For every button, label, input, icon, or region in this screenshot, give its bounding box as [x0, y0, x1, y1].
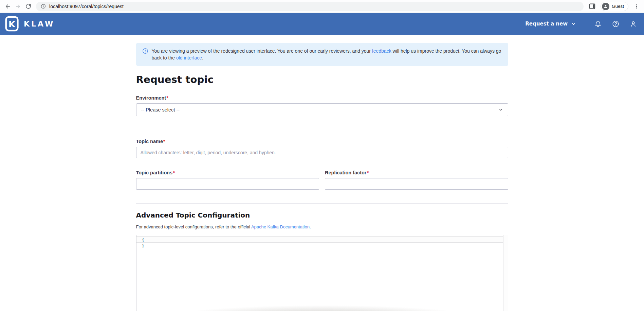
topic-partitions-field: Topic partitions* [136, 170, 319, 190]
alert-circle-icon [142, 48, 148, 54]
banner-text: You are viewing a preview of the redesig… [152, 48, 502, 61]
browser-chrome: localhost:9097/coral/topics/request Gues… [0, 0, 644, 13]
reload-icon [25, 3, 31, 9]
side-panel-icon [589, 3, 595, 9]
profile-name: Guest [612, 4, 624, 9]
kebab-menu-icon [634, 4, 639, 9]
topic-partitions-label-text: Topic partitions [136, 170, 173, 175]
required-asterisk: * [367, 170, 369, 175]
topic-name-input[interactable] [136, 147, 508, 158]
editor-scrollbar[interactable] [503, 235, 508, 311]
preview-banner: You are viewing a preview of the redesig… [136, 43, 508, 66]
chevron-down-icon [571, 21, 576, 27]
topic-partitions-input[interactable] [136, 178, 319, 190]
forward-button[interactable] [13, 1, 23, 12]
old-interface-link[interactable]: old interface [176, 55, 202, 61]
klaw-logo-link[interactable]: K KLAW [5, 16, 55, 32]
replication-factor-label-text: Replication factor [325, 170, 366, 175]
person-icon [603, 4, 608, 9]
json-config-editor[interactable]: { } [136, 235, 508, 311]
replication-factor-input[interactable] [325, 178, 508, 190]
advanced-config-title: Advanced Topic Configuration [136, 211, 508, 219]
forward-arrow-icon [15, 3, 21, 10]
editor-line-2: } [136, 243, 508, 249]
klaw-logo-icon: K [5, 16, 19, 32]
help-button[interactable] [611, 20, 620, 28]
kafka-documentation-link[interactable]: Apache Kafka Documentation [251, 224, 310, 229]
back-button[interactable] [3, 1, 13, 12]
topic-name-label-text: Topic name [136, 139, 163, 144]
brand-name: KLAW [24, 20, 55, 28]
back-arrow-icon [5, 3, 11, 10]
side-panel-button[interactable] [588, 2, 596, 11]
required-asterisk: * [163, 139, 165, 144]
browser-profile-button[interactable]: Guest [601, 2, 628, 11]
required-asterisk: * [173, 170, 175, 175]
chevron-down-icon [498, 107, 503, 112]
banner-text-part3: . [202, 55, 203, 61]
notifications-button[interactable] [594, 20, 602, 28]
editor-line-1: { [136, 236, 503, 243]
editor-lines: { } [136, 235, 508, 249]
svg-text:K: K [8, 19, 16, 29]
request-a-new-label: Request a new [525, 21, 568, 27]
topic-name-label: Topic name* [136, 139, 508, 144]
environment-label-text: Environment [136, 95, 166, 101]
bell-icon [594, 20, 602, 28]
avatar [602, 3, 609, 10]
request-a-new-dropdown[interactable]: Request a new [525, 21, 576, 27]
app-header: K KLAW Request a new [0, 13, 644, 35]
feedback-link[interactable]: feedback [372, 48, 391, 54]
advanced-desc-part1: For advanced topic-level configurations,… [136, 224, 251, 229]
help-circle-icon [612, 20, 619, 28]
main-content: You are viewing a preview of the redesig… [136, 43, 508, 311]
section-divider [136, 130, 508, 130]
info-icon [41, 4, 46, 9]
replication-factor-field: Replication factor* [325, 170, 508, 190]
environment-label: Environment* [136, 95, 508, 101]
page-title: Request topic [136, 73, 508, 86]
environment-select-value: -- Please select -- [141, 107, 180, 113]
profile-button[interactable] [629, 20, 637, 28]
browser-menu-button[interactable] [632, 2, 641, 11]
reload-button[interactable] [23, 1, 33, 12]
replication-factor-label: Replication factor* [325, 170, 508, 175]
required-asterisk: * [166, 95, 168, 101]
advanced-config-description: For advanced topic-level configurations,… [136, 224, 508, 229]
banner-text-part1: You are viewing a preview of the redesig… [152, 48, 372, 54]
url-text: localhost:9097/coral/topics/request [49, 4, 124, 9]
environment-select[interactable]: -- Please select -- [136, 103, 508, 116]
user-icon [630, 20, 637, 28]
section-divider [136, 203, 508, 204]
url-bar[interactable]: localhost:9097/coral/topics/request [36, 2, 584, 11]
advanced-desc-part2: . [310, 224, 311, 229]
info-circle-icon [142, 48, 148, 61]
topic-partitions-label: Topic partitions* [136, 170, 319, 175]
